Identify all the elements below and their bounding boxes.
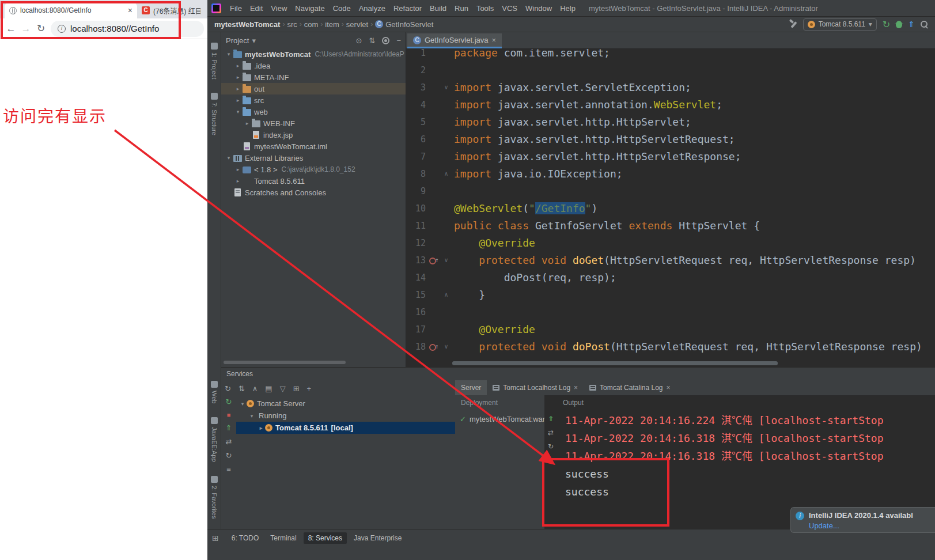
tree-collapsed-icon[interactable]: ▸: [234, 167, 242, 172]
refresh-deployment-icon[interactable]: [226, 451, 232, 460]
tree-collapsed-icon[interactable]: ▸: [257, 425, 265, 431]
project-panel-title[interactable]: Project: [226, 36, 249, 45]
menu-analyze[interactable]: Analyze: [355, 4, 389, 13]
code-line[interactable]: 17 @Override: [406, 321, 935, 338]
code-line[interactable]: 6import javax.servlet.http.HttpServletRe…: [406, 131, 935, 148]
project-tree-row[interactable]: index.jsp: [221, 129, 406, 141]
project-tree-row[interactable]: ▾web: [221, 106, 406, 118]
menu-window[interactable]: Window: [521, 4, 556, 13]
project-tree-row[interactable]: ▸META-INF: [221, 71, 406, 83]
menu-run[interactable]: Run: [451, 4, 472, 13]
run-configuration-select[interactable]: Tomcat 8.5.611: [803, 18, 877, 31]
connect-icon[interactable]: [226, 437, 232, 446]
stripe-structure[interactable]: 7: Structure: [211, 93, 218, 135]
tab-close-icon[interactable]: [492, 36, 497, 44]
code-line[interactable]: 7import javax.servlet.http.HttpServletRe…: [406, 148, 935, 165]
menu-file[interactable]: File: [226, 4, 246, 13]
code-line[interactable]: 15∧ }: [406, 286, 935, 304]
override-method-icon[interactable]: [426, 338, 438, 355]
project-tree-row[interactable]: ▸< 1.8 >C:\java\jdk\jdk1.8.0_152: [221, 164, 406, 175]
code-line[interactable]: 2: [406, 62, 935, 79]
fold-icon[interactable]: ∧: [438, 165, 454, 183]
search-everywhere-icon[interactable]: [921, 20, 928, 29]
override-method-icon[interactable]: [426, 252, 438, 269]
menu-view[interactable]: View: [267, 4, 291, 13]
project-tree-row[interactable]: ▾mytestWebTomcatC:\Users\Administrator\I…: [221, 48, 406, 60]
project-tree-row[interactable]: ▸out: [221, 83, 406, 94]
swap-icon[interactable]: [548, 429, 554, 437]
code-line[interactable]: 16: [406, 304, 935, 321]
menu-code[interactable]: Code: [329, 4, 355, 13]
menu-refactor[interactable]: Refactor: [389, 4, 426, 13]
code-line[interactable]: 12 @Override: [406, 234, 935, 252]
group-by-icon[interactable]: [265, 384, 272, 393]
editor-hscrollbar[interactable]: [452, 361, 778, 365]
refresh-icon[interactable]: [548, 442, 554, 451]
settings-icon[interactable]: [382, 37, 389, 44]
view-options-icon[interactable]: [293, 384, 300, 393]
code-line[interactable]: 1package com.item.servlet;: [406, 49, 935, 62]
menu-help[interactable]: Help: [556, 4, 580, 13]
code-line[interactable]: 3∨import javax.servlet.ServletException;: [406, 79, 935, 96]
project-tree-row[interactable]: ▸Tomcat 8.5.611: [221, 175, 406, 187]
fold-icon[interactable]: ∨: [438, 338, 454, 355]
tree-collapsed-icon[interactable]: ▸: [234, 178, 242, 184]
project-tree-row[interactable]: ▸WEB-INF: [221, 118, 406, 129]
server-tab-tomcat-localhost-log[interactable]: Tomcat Localhost Log: [487, 380, 584, 395]
code-line[interactable]: 9: [406, 183, 935, 200]
add-service-icon[interactable]: [307, 384, 312, 393]
code-line[interactable]: 10@WebServlet("/GetInfo"): [406, 200, 935, 217]
hide-panel-icon[interactable]: [396, 36, 401, 45]
menu-edit[interactable]: Edit: [246, 4, 267, 13]
tree-collapsed-icon[interactable]: ▸: [234, 97, 242, 103]
statusbar-javaenterprise[interactable]: Java Enterprise: [349, 532, 406, 544]
breadcrumb-item[interactable]: com: [304, 20, 319, 29]
tree-expanded-icon[interactable]: ▾: [239, 401, 247, 407]
tree-collapsed-icon[interactable]: ▸: [234, 63, 242, 69]
collapse-all-icon[interactable]: [369, 36, 376, 45]
project-hscrollbar[interactable]: [224, 361, 346, 364]
collapse-all-icon[interactable]: [252, 384, 258, 393]
breadcrumb-item[interactable]: GetInfoServlet: [375, 20, 433, 29]
deploy-icon[interactable]: [226, 423, 232, 432]
tree-collapsed-icon[interactable]: ▸: [234, 74, 242, 80]
code-editor[interactable]: 1package com.item.servlet;23∨import java…: [406, 49, 935, 359]
editor-tab[interactable]: GetInfoServlet.java: [407, 33, 502, 48]
tree-expanded-icon[interactable]: ▾: [225, 51, 233, 57]
fold-icon[interactable]: ∧: [438, 286, 454, 304]
fold-icon[interactable]: ∨: [438, 79, 454, 96]
project-tree-row[interactable]: Scratches and Consoles: [221, 187, 406, 198]
code-line[interactable]: 13∨ protected void doGet(HttpServletRequ…: [406, 252, 935, 269]
menu-build[interactable]: Build: [426, 4, 451, 13]
breadcrumb-item[interactable]: servlet: [346, 20, 368, 29]
code-line[interactable]: 18∨ protected void doPost(HttpServletReq…: [406, 338, 935, 355]
server-tab-server[interactable]: Server: [455, 380, 487, 395]
stripe-web[interactable]: Web: [211, 381, 218, 403]
fold-icon[interactable]: ∨: [438, 252, 454, 269]
tree-collapsed-icon[interactable]: ▸: [234, 86, 242, 92]
debug-icon[interactable]: [896, 21, 902, 28]
project-tree-row[interactable]: mytestWebTomcat.iml: [221, 141, 406, 152]
deployment-item[interactable]: mytestWebTomcat:war: [455, 407, 544, 423]
code-line[interactable]: 14 doPost(req, resp);: [406, 269, 935, 286]
server-tab-tomcat-catalina-log[interactable]: Tomcat Catalina Log: [584, 380, 676, 395]
menu-vcs[interactable]: VCS: [498, 4, 521, 13]
stripe-javaee-app[interactable]: JavaEE:App: [211, 417, 218, 462]
more-actions-icon[interactable]: [226, 465, 231, 474]
restart-server-icon[interactable]: [883, 19, 890, 30]
stop-server-icon[interactable]: [227, 411, 231, 418]
update-application-icon[interactable]: [908, 20, 915, 29]
tab-close-icon[interactable]: [667, 384, 671, 392]
stripe-favorites[interactable]: 2: Favorites: [211, 476, 218, 519]
services-tree-row[interactable]: ▾Running: [236, 410, 455, 422]
stripe-project[interactable]: 1: Project: [211, 43, 218, 79]
services-tree-row[interactable]: ▸Tomcat 8.5.611[local]: [236, 422, 455, 434]
statusbar-terminal[interactable]: Terminal: [266, 532, 301, 544]
services-tree-row[interactable]: ▾Tomcat Server: [236, 398, 455, 410]
tree-expanded-icon[interactable]: ▾: [248, 413, 256, 419]
statusbar-services[interactable]: 8: Services: [304, 532, 347, 544]
filter-icon[interactable]: [280, 384, 286, 393]
breadcrumb-item[interactable]: item: [325, 20, 339, 29]
code-line[interactable]: 5import javax.servlet.http.HttpServlet;: [406, 113, 935, 131]
menu-tools[interactable]: Tools: [472, 4, 498, 13]
